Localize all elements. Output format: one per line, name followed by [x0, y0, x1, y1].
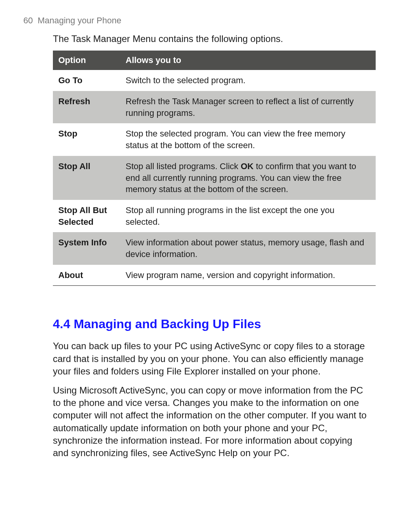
section-heading: 4.4 Managing and Backing Up Files	[53, 317, 381, 331]
option-name: Stop All	[53, 156, 120, 200]
table-row: Go To Switch to the selected program.	[53, 70, 376, 91]
option-desc: Switch to the selected program.	[120, 70, 376, 91]
option-desc: View program name, version and copyright…	[120, 265, 376, 286]
table-header-row: Option Allows you to	[53, 51, 376, 70]
option-desc: Stop all listed programs. Click OK to co…	[120, 156, 376, 200]
table-row: Refresh Refresh the Task Manager screen …	[53, 91, 376, 123]
option-desc: Stop the selected program. You can view …	[120, 123, 376, 156]
page-header: 60 Managing your Phone	[23, 16, 381, 26]
desc-bold: OK	[241, 161, 254, 171]
body-paragraph: Using Microsoft ActiveSync, you can copy…	[53, 384, 368, 460]
option-name: Refresh	[53, 91, 120, 123]
option-name: System Info	[53, 232, 120, 264]
option-desc: View information about power status, mem…	[120, 232, 376, 264]
document-page: 60 Managing your Phone The Task Manager …	[0, 0, 420, 516]
option-name: Go To	[53, 70, 120, 91]
page-number: 60	[23, 16, 33, 25]
intro-text: The Task Manager Menu contains the follo…	[53, 33, 381, 45]
body-paragraph: You can back up files to your PC using A…	[53, 340, 368, 378]
desc-pre: Stop all listed programs. Click	[126, 161, 241, 171]
chapter-title: Managing your Phone	[38, 16, 121, 25]
table-row: About View program name, version and cop…	[53, 265, 376, 286]
col-option-header: Option	[53, 51, 120, 70]
option-desc: Stop all running programs in the list ex…	[120, 200, 376, 232]
table-row: System Info View information about power…	[53, 232, 376, 264]
option-name: About	[53, 265, 120, 286]
table-row: Stop All But Selected Stop all running p…	[53, 200, 376, 232]
option-name: Stop	[53, 123, 120, 156]
col-allows-header: Allows you to	[120, 51, 376, 70]
table-row: Stop Stop the selected program. You can …	[53, 123, 376, 156]
options-table: Option Allows you to Go To Switch to the…	[53, 51, 376, 286]
option-name: Stop All But Selected	[53, 200, 120, 232]
option-desc: Refresh the Task Manager screen to refle…	[120, 91, 376, 123]
table-row: Stop All Stop all listed programs. Click…	[53, 156, 376, 200]
